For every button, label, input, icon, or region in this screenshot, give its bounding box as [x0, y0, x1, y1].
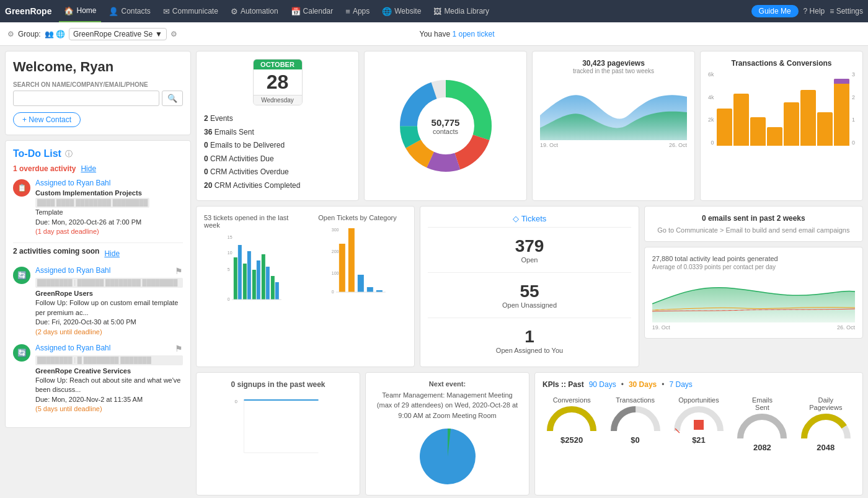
activity-due-overdue: Due: Mon, 2020-Oct-26 at 7:00 PM	[35, 218, 149, 227]
stat-crm-completed: 20 CRM Activities Completed	[204, 179, 351, 193]
new-contact-button[interactable]: + New Contact	[13, 112, 81, 127]
emails-title: 0 emails sent in past 2 weeks	[652, 214, 855, 223]
kpi-90-days[interactable]: 90 Days	[589, 380, 616, 389]
media-icon: 🖼	[433, 7, 441, 16]
search-label: SEARCH On Name/Company/Email/Phone	[13, 81, 183, 88]
svg-text:200: 200	[331, 249, 339, 254]
hide-overdue-link[interactable]: Hide	[81, 164, 96, 173]
trans-y-axis-right: 3210	[851, 71, 855, 146]
contacts-icon: 👤	[108, 7, 118, 16]
activity-lead-card: 27,880 total activity lead points genera…	[644, 247, 863, 339]
transactions-chart: 6k4k2k0	[708, 71, 855, 146]
nav-calendar[interactable]: 📅 Calendar	[286, 0, 339, 22]
stat-crm-due: 0 CRM Activities Due	[204, 153, 351, 166]
bar-2	[733, 94, 749, 146]
activity-name-3[interactable]: Assigned to Ryan Bahl	[35, 343, 110, 355]
transactions-card: Transactions & Conversions 6k4k2k0	[700, 51, 863, 201]
group-icons: 👥 🌐	[45, 30, 65, 38]
hide-coming-soon-link[interactable]: Hide	[104, 249, 120, 258]
website-icon: 🌐	[382, 7, 392, 16]
pageviews-x-start: 19. Oct	[540, 142, 558, 148]
activity-due-3: Due: Mon, 2020-Nov-2 at 11:35 AM	[35, 395, 183, 404]
svg-text:10: 10	[228, 251, 232, 255]
nav-calendar-label: Calendar	[303, 7, 334, 16]
kpi-7-days[interactable]: 7 Days	[670, 380, 693, 389]
logo-text: GreenRope	[5, 6, 51, 16]
activity-name-2[interactable]: Assigned to Ryan Bahl	[35, 265, 110, 278]
nav-contacts[interactable]: 👤 Contacts	[104, 0, 155, 22]
logo[interactable]: GreenRope	[5, 6, 51, 16]
trans-bars	[717, 71, 849, 146]
navbar: GreenRope 🏠 Home 👤 Contacts ✉ Communicat…	[0, 0, 868, 22]
help-link[interactable]: ? Help	[804, 7, 825, 16]
open-ticket-link[interactable]: 1 open ticket	[452, 30, 494, 38]
nav-home[interactable]: 🏠 Home	[59, 0, 101, 22]
svg-rect-18	[266, 267, 270, 300]
kpi-transactions-gauge	[611, 406, 660, 434]
svg-text:0: 0	[235, 399, 238, 404]
svg-rect-26	[339, 244, 345, 292]
activity-name[interactable]: Assigned to Ryan Bahl	[35, 178, 149, 189]
divider-4	[428, 318, 631, 318]
guide-me-button[interactable]: Guide Me	[751, 5, 799, 17]
kpi-30-days[interactable]: 30 Days	[629, 380, 657, 389]
svg-rect-14	[247, 251, 251, 300]
nav-apps[interactable]: ≡ Apps	[340, 0, 374, 22]
search-input[interactable]	[13, 91, 159, 106]
date-day: 28	[254, 69, 302, 95]
apps-icon: ≡	[345, 7, 350, 16]
divider-3	[428, 272, 631, 273]
activity-icon-green-1: 🔄	[13, 267, 30, 284]
search-button[interactable]: 🔍	[162, 91, 183, 106]
kpi-separator: •	[621, 380, 624, 389]
emails-subtitle: Go to Communicate > Email to build and s…	[652, 226, 855, 234]
tickets-category-col: Open Tickets by Category 300 200 100 0	[308, 214, 407, 359]
kpi-card: KPIs :: Past 90 Days • 30 Days • 7 Days …	[534, 372, 863, 496]
tickets-link[interactable]: ◇ Tickets	[513, 214, 547, 223]
svg-rect-19	[271, 276, 275, 300]
nav-apps-label: Apps	[353, 7, 370, 16]
group-selector[interactable]: GreenRope Creative Se ▼	[69, 28, 167, 40]
date-stats: 2 Events 36 Emails Sent 0 Emails to be D…	[204, 112, 351, 193]
nav-communicate[interactable]: ✉ Communicate	[158, 0, 223, 22]
coming-soon-row: 2 activities coming soon Hide	[13, 247, 183, 260]
nav-communicate-label: Communicate	[172, 7, 218, 16]
nav-website[interactable]: 🌐 Website	[377, 0, 426, 22]
next-event-title: Next event:	[373, 380, 521, 388]
activity-item-3: 🔄 Assigned to Ryan Bahl ⚑ ████████ | █ █…	[13, 343, 183, 414]
bar-6	[800, 90, 816, 146]
nav-media[interactable]: 🖼 Media Library	[428, 0, 494, 22]
nav-automation[interactable]: ⚙ Automation	[226, 0, 283, 22]
svg-rect-17	[262, 254, 265, 300]
right-column: October 28 Wednesday 2 Events 36 Emails …	[196, 51, 863, 498]
nav-contacts-label: Contacts	[121, 7, 150, 16]
activity-icon-green-2: 🔄	[13, 344, 30, 362]
bar-7	[817, 112, 833, 146]
activity-lead-x-start: 19. Oct	[652, 324, 670, 331]
stat-emails-deliver: 0 Emails to be Delivered	[204, 139, 351, 153]
tickets-assigned-num: 1	[496, 327, 563, 347]
kpi-pageviews-value: 2048	[797, 443, 855, 452]
kpi-opportunities: Opportunities $21	[670, 396, 728, 452]
activity-blurred-2: ████████ | ██████ ████████ ████████	[35, 278, 183, 288]
tickets-opened-card: 53 tickets opened in the last week 15 10…	[196, 206, 415, 367]
group-name: GreenRope Creative Se	[73, 30, 153, 38]
activity-template: Template	[35, 208, 149, 217]
svg-rect-12	[238, 245, 242, 300]
welcome-heading: Welcome, Ryan	[13, 59, 183, 75]
settings-gear-icon[interactable]: ⚙	[7, 30, 14, 38]
subbar: ⚙ Group: 👥 🌐 GreenRope Creative Se ▼ ⚙ Y…	[0, 22, 868, 46]
next-event-card: Next event: Teamr Management: Management…	[365, 372, 529, 496]
contacts-donut-card: 50,775 contacts	[364, 51, 527, 201]
subbar-left: ⚙ Group: 👥 🌐 GreenRope Creative Se ▼ ⚙	[7, 28, 177, 40]
tickets-open: 379 Open	[510, 231, 549, 269]
mid-row: 53 tickets opened in the last week 15 10…	[196, 206, 863, 367]
donut-center: 50,775 contacts	[432, 117, 460, 135]
tickets-assigned-you: 1 Open Assigned to You	[491, 322, 568, 359]
group-settings-icon[interactable]: ⚙	[170, 30, 177, 38]
activity-lead-title: 27,880 total activity lead points genera…	[652, 255, 855, 262]
settings-link[interactable]: ≡ Settings	[830, 7, 863, 16]
svg-text:0: 0	[331, 290, 334, 294]
emails-card: 0 emails sent in past 2 weeks Go to Comm…	[644, 206, 863, 242]
activity-text-2: Assigned to Ryan Bahl ⚑ ████████ | █████…	[35, 265, 183, 337]
